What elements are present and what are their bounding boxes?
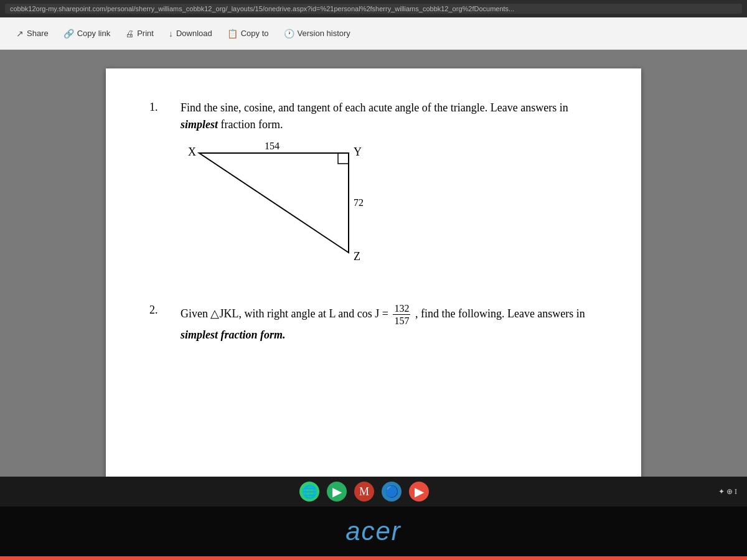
taskbar-icon-youtube[interactable]: ▶ [409, 482, 429, 502]
problem-2: 2. Given △JKL, with right angle at L and… [149, 302, 598, 343]
taskbar-icon-b[interactable]: 🔵 [382, 482, 402, 502]
problem-2-text: Given △JKL, with right angle at L and co… [181, 302, 598, 343]
taskbar-center: 🌐 ▶ M 🔵 ▶ [299, 482, 429, 502]
b-icon: 🔵 [385, 485, 398, 498]
problem-1-text: Find the sine, cosine, and tangent of ea… [181, 100, 598, 133]
right-angle-mark [338, 153, 349, 164]
problem-2-row: 2. Given △JKL, with right angle at L and… [149, 302, 598, 343]
toolbar: ↗ Share 🔗 Copy link 🖨 Print ↓ Download 📋… [0, 17, 747, 50]
download-label: Download [176, 29, 212, 38]
taskbar-right: ✦ ⊕ I [718, 487, 737, 497]
taskbar: 🌐 ▶ M 🔵 ▶ ✦ ⊕ I [0, 477, 747, 506]
triangle-svg: X Y Z 154 72 [181, 141, 405, 278]
play-icon: ▶ [332, 484, 342, 499]
vertex-z-label: Z [354, 250, 360, 263]
brand-text: acer [345, 516, 402, 546]
fraction-numerator: 132 [393, 302, 410, 315]
copy-icon: 📋 [227, 29, 238, 39]
document-page: 1. Find the sine, cosine, and tangent of… [106, 68, 641, 477]
problem-1: 1. Find the sine, cosine, and tangent of… [149, 100, 598, 278]
chrome-icon: 🌐 [302, 484, 317, 499]
copy-to-button[interactable]: 📋 Copy to [221, 25, 275, 42]
version-history-label: Version history [298, 29, 350, 38]
problem-1-row: 1. Find the sine, cosine, and tangent of… [149, 100, 598, 133]
url-text: cobbk12org-my.sharepoint.com/personal/sh… [5, 4, 742, 14]
copy-link-button[interactable]: 🔗 Copy link [57, 25, 116, 42]
url-bar: cobbk12org-my.sharepoint.com/personal/sh… [0, 0, 747, 17]
document-area: 1. Find the sine, cosine, and tangent of… [0, 50, 747, 477]
download-icon: ↓ [169, 29, 173, 39]
problem-2-number: 2. [149, 302, 168, 317]
vertex-y-label: Y [354, 146, 362, 158]
fraction: 132 157 [393, 302, 410, 327]
side-xy-label: 154 [265, 141, 280, 151]
taskbar-status: ✦ ⊕ I [718, 487, 737, 497]
print-button[interactable]: 🖨 Print [119, 25, 160, 42]
triangle-diagram: X Y Z 154 72 [181, 141, 598, 278]
taskbar-icon-chrome[interactable]: 🌐 [299, 482, 319, 502]
triangle-shape [199, 153, 349, 253]
taskbar-icon-play[interactable]: ▶ [327, 482, 347, 502]
link-icon: 🔗 [63, 29, 74, 39]
brand-bar: acer [0, 506, 747, 556]
youtube-icon: ▶ [415, 484, 424, 499]
download-button[interactable]: ↓ Download [162, 25, 218, 42]
problem-1-number: 1. [149, 100, 168, 114]
share-label: Share [27, 29, 49, 38]
side-yz-label: 72 [354, 197, 364, 208]
history-icon: 🕐 [284, 29, 294, 39]
share-icon: ↗ [16, 29, 24, 39]
m-icon: M [359, 485, 369, 498]
print-label: Print [137, 29, 154, 38]
vertex-x-label: X [188, 146, 196, 158]
version-history-button[interactable]: 🕐 Version history [278, 25, 357, 42]
taskbar-icon-m[interactable]: M [354, 482, 374, 502]
share-button[interactable]: ↗ Share [10, 25, 55, 42]
copy-to-label: Copy to [241, 29, 269, 38]
copy-link-label: Copy link [77, 29, 110, 38]
bottom-bar [0, 556, 747, 560]
fraction-denominator: 157 [393, 315, 410, 327]
print-icon: 🖨 [125, 29, 134, 39]
